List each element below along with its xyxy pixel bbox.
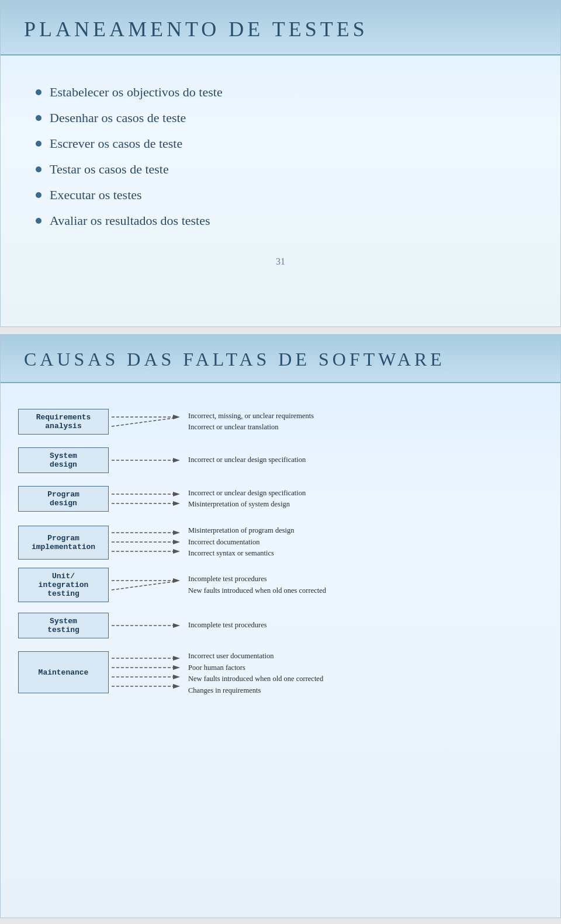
svg-marker-21 — [173, 656, 180, 661]
label-req-2: Incorrect or unclear translation — [188, 422, 314, 433]
label-pd-2: Misinterpretation of system design — [188, 499, 306, 510]
bullet-2: Desenhar os casos de teste — [36, 110, 525, 126]
arrows-program-impl — [109, 526, 185, 558]
box-system-testing: Systemtesting — [18, 613, 109, 638]
slide1-header: PLANEAMENTO DE TESTES — [1, 1, 560, 55]
arrows-system-design — [109, 453, 185, 467]
slide2-title: CAUSAS DAS FALTAS DE SOFTWARE — [24, 349, 537, 370]
svg-line-17 — [112, 582, 173, 590]
label-ut-1: Incomplete test procedures — [188, 574, 326, 585]
arrows-unit-testing — [109, 572, 185, 598]
bullet-dot — [36, 218, 41, 224]
labels-program-design: Incorrect or unclear design specificatio… — [188, 488, 306, 510]
label-st-1: Incomplete test procedures — [188, 620, 267, 631]
label-pi-2: Incorrect documentation — [188, 537, 295, 548]
svg-marker-1 — [173, 415, 180, 419]
label-pd-1: Incorrect or unclear design specificatio… — [188, 488, 306, 499]
diagram-row-requirements: Requirementsanalysis Incorrect, missing,… — [18, 407, 543, 437]
svg-marker-25 — [173, 675, 180, 679]
svg-marker-23 — [173, 665, 180, 670]
diagram-row-system-testing: Systemtesting Incomplete test procedures — [18, 610, 543, 641]
bullet-dot — [36, 89, 41, 95]
page-number: 31 — [1, 256, 560, 267]
diagram-row-program-design: Programdesign Incorrect or unclear desig… — [18, 484, 543, 514]
slide1-bullets: Estabelecer os objectivos do teste Desen… — [1, 79, 560, 245]
bullet-dot — [36, 192, 41, 198]
label-pi-3: Incorrect syntax or semantics — [188, 548, 295, 559]
labels-program-impl: Misinterpretation of program design Inco… — [188, 526, 295, 559]
slide2-header: CAUSAS DAS FALTAS DE SOFTWARE — [1, 335, 560, 383]
bullet-6: Avaliar os resultados dos testes — [36, 213, 525, 228]
svg-marker-4 — [173, 458, 180, 463]
bullet-dot — [36, 166, 41, 172]
labels-system-testing: Incomplete test procedures — [188, 620, 267, 631]
arrows-program-design — [109, 487, 185, 510]
svg-marker-27 — [173, 684, 180, 689]
diagram-row-maintenance: Maintenance Incorrect user documentation… — [18, 649, 543, 696]
diagram-row-system-design: Systemdesign Incorrect or unclear design… — [18, 445, 543, 475]
bullet-3: Escrever os casos de teste — [36, 136, 525, 151]
svg-marker-16 — [173, 578, 180, 583]
diagram-container: Requirementsanalysis Incorrect, missing,… — [1, 401, 560, 710]
diagram-row-program-impl: Programimplementation Misinterpretation … — [18, 522, 543, 560]
box-maintenance: Maintenance — [18, 651, 109, 693]
svg-marker-8 — [173, 501, 180, 506]
svg-marker-6 — [173, 492, 180, 496]
label-sd-1: Incorrect or unclear design specificatio… — [188, 455, 306, 466]
slide1-title: PLANEAMENTO DE TESTES — [24, 17, 537, 41]
box-requirements: Requirementsanalysis — [18, 409, 109, 435]
bullet-4: Testar os casos de teste — [36, 162, 525, 177]
labels-maintenance: Incorrect user documentation Poor human … — [188, 651, 323, 696]
label-m-2: Poor human factors — [188, 663, 323, 673]
box-system-design: Systemdesign — [18, 447, 109, 473]
slide1: PLANEAMENTO DE TESTES Estabelecer os obj… — [0, 0, 561, 327]
bullet-5: Executar os testes — [36, 187, 525, 203]
box-program-impl: Programimplementation — [18, 526, 109, 560]
slide2: CAUSAS DAS FALTAS DE SOFTWARE Requiremen… — [0, 334, 561, 918]
labels-requirements: Incorrect, missing, or unclear requireme… — [188, 411, 314, 433]
label-m-3: New faults introduced when old one corre… — [188, 674, 323, 685]
box-program-design: Programdesign — [18, 486, 109, 512]
arrows-maintenance — [109, 651, 185, 691]
box-unit-testing: Unit/integration testing — [18, 568, 109, 602]
arrows-requirements — [109, 410, 185, 433]
label-pi-1: Misinterpretation of program design — [188, 526, 295, 536]
label-ut-2: New faults introduced when old ones corr… — [188, 586, 326, 596]
label-m-4: Changes in requirements — [188, 686, 323, 696]
arrows-system-testing — [109, 619, 185, 633]
svg-marker-19 — [173, 623, 180, 628]
svg-marker-10 — [173, 530, 180, 535]
svg-marker-12 — [173, 540, 180, 544]
labels-system-design: Incorrect or unclear design specificatio… — [188, 455, 306, 466]
bullet-dot — [36, 115, 41, 121]
svg-line-2 — [112, 418, 173, 426]
bullet-dot — [36, 141, 41, 147]
diagram-row-unit-testing: Unit/integration testing Incomplete test… — [18, 568, 543, 602]
bullet-1: Estabelecer os objectivos do teste — [36, 85, 525, 100]
labels-unit-testing: Incomplete test procedures New faults in… — [188, 574, 326, 596]
label-m-1: Incorrect user documentation — [188, 651, 323, 662]
label-req-1: Incorrect, missing, or unclear requireme… — [188, 411, 314, 422]
svg-marker-14 — [173, 549, 180, 554]
